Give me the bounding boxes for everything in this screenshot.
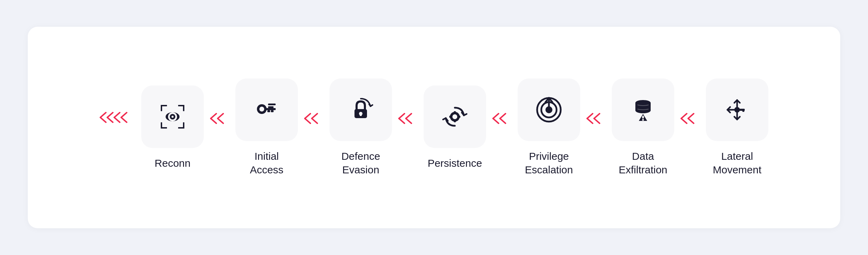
flow-card: Reconn — [28, 27, 840, 228]
step-initial-access: InitialAccess — [235, 79, 298, 176]
svg-rect-5 — [161, 122, 162, 129]
reconn-icon-box — [141, 85, 204, 148]
persistence-label: Persistence — [428, 156, 482, 170]
svg-rect-38 — [642, 116, 644, 118]
arrow-4 — [492, 111, 511, 126]
initial-access-icon — [253, 96, 281, 124]
svg-point-13 — [259, 107, 264, 112]
page-container: Reconn — [0, 0, 868, 255]
data-exfiltration-label: DataExfiltration — [619, 149, 667, 176]
svg-rect-15 — [271, 110, 274, 112]
defence-evasion-icon-box — [329, 79, 392, 141]
svg-rect-7 — [183, 122, 184, 129]
svg-rect-21 — [360, 114, 362, 116]
arrow-1 — [210, 111, 229, 126]
persistence-icon — [441, 103, 469, 131]
initial-access-label: InitialAccess — [250, 149, 284, 176]
svg-point-11 — [172, 116, 174, 118]
svg-rect-14 — [265, 108, 276, 110]
step-persistence: Persistence — [424, 85, 486, 170]
svg-rect-3 — [183, 105, 184, 111]
initial-access-icon-box — [235, 79, 298, 141]
svg-rect-42 — [742, 109, 744, 112]
svg-point-30 — [545, 106, 552, 113]
svg-point-23 — [452, 114, 457, 119]
defence-evasion-label: DefenceEvasion — [341, 149, 380, 176]
privilege-escalation-icon — [535, 96, 563, 124]
svg-rect-24 — [454, 111, 456, 113]
lateral-movement-icon-box — [706, 79, 768, 141]
start-arrows — [100, 110, 131, 128]
privilege-escalation-icon-box — [518, 79, 580, 141]
privilege-escalation-label: PrivilegeEscalation — [525, 149, 573, 176]
svg-rect-26 — [449, 116, 451, 118]
step-lateral-movement: LateralMovement — [706, 79, 768, 176]
data-exfiltration-icon — [629, 96, 657, 124]
svg-point-36 — [635, 108, 651, 113]
arrow-5 — [586, 111, 606, 126]
svg-rect-18 — [268, 106, 274, 108]
svg-rect-27 — [458, 116, 460, 118]
svg-rect-17 — [268, 104, 276, 105]
arrow-2 — [304, 111, 323, 126]
arrow-3 — [398, 111, 417, 126]
step-data-exfiltration: DataExfiltration — [612, 79, 674, 176]
svg-rect-16 — [267, 110, 270, 112]
step-defence-evasion: DefenceEvasion — [329, 79, 392, 176]
svg-rect-1 — [161, 105, 162, 111]
reconn-icon — [159, 103, 186, 131]
svg-rect-25 — [454, 120, 456, 122]
defence-evasion-icon — [347, 96, 375, 124]
lateral-movement-label: LateralMovement — [713, 149, 761, 176]
step-reconn: Reconn — [141, 85, 204, 170]
arrow-6 — [681, 111, 700, 126]
svg-point-39 — [642, 119, 644, 121]
lateral-movement-icon — [723, 96, 751, 124]
persistence-icon-box — [424, 85, 486, 148]
data-exfiltration-icon-box — [612, 79, 674, 141]
attack-flow: Reconn — [49, 79, 819, 176]
step-privilege-escalation: PrivilegeEscalation — [518, 79, 580, 176]
reconn-label: Reconn — [155, 156, 190, 170]
